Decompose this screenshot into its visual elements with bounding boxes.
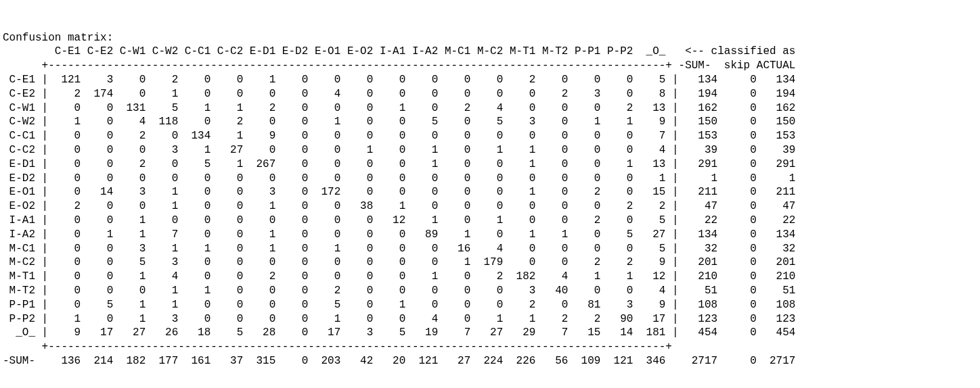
confusion-matrix-text: Confusion matrix: C-E1 C-E2 C-W1 C-W2 C-… <box>3 31 977 368</box>
